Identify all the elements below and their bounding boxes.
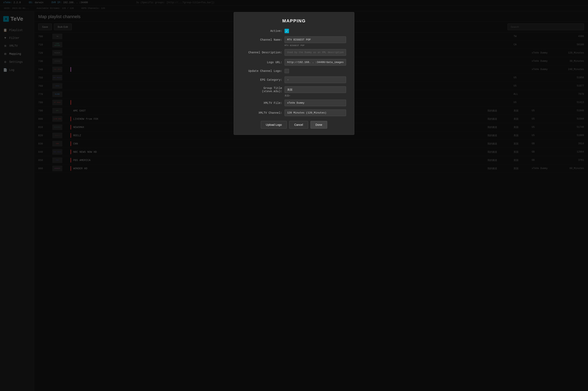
group-title-input[interactable] xyxy=(285,86,346,93)
active-label: Active: xyxy=(242,29,282,33)
xmltv-file-row: XMLTV File: xyxy=(242,99,346,106)
group-title-hint: 美国+ xyxy=(285,94,346,97)
channel-desc-row: Channel Description: xyxy=(242,49,346,56)
logo-url-label: Logo URL: xyxy=(242,61,282,64)
channel-desc-input[interactable] xyxy=(285,49,346,56)
group-title-label: Group Title (xteve.m3u): xyxy=(242,87,282,93)
xmltv-file-input[interactable] xyxy=(285,99,346,106)
channel-name-hint: MTV BIGGEST POP xyxy=(285,44,346,47)
active-row: Active: xyxy=(242,29,346,33)
channel-name-label: Channel Name: xyxy=(242,38,282,41)
update-logo-checkbox[interactable] xyxy=(285,69,289,73)
logo-url-input[interactable] xyxy=(285,59,346,66)
update-logo-label: Update Channel Logo: xyxy=(242,69,282,73)
modal-title: MAPPING xyxy=(242,18,346,23)
xmltv-channel-row: XMLTV Channel: xyxy=(242,109,346,116)
xmltv-channel-label: XMLTV Channel: xyxy=(242,111,282,114)
logo-url-row: Logo URL: xyxy=(242,59,346,66)
xmltv-channel-input[interactable] xyxy=(285,109,346,116)
channel-desc-label: Channel Description: xyxy=(242,51,282,54)
done-button[interactable]: Done xyxy=(310,121,327,129)
epg-category-label: EPG Category: xyxy=(242,78,282,82)
xmltv-file-label: XMLTV File: xyxy=(242,101,282,105)
upload-logo-button[interactable]: Upload Logo xyxy=(261,121,287,129)
channel-name-row: Channel Name: xyxy=(242,36,346,43)
cancel-button[interactable]: Cancel xyxy=(289,121,308,129)
epg-category-row: EPG Category: xyxy=(242,77,346,83)
update-logo-row: Update Channel Logo: xyxy=(242,69,346,73)
active-checkbox[interactable] xyxy=(285,29,289,33)
modal-overlay[interactable]: MAPPING Active: Channel Name: MTV BIGGES… xyxy=(0,0,588,391)
group-title-row: Group Title (xteve.m3u): xyxy=(242,86,346,93)
channel-name-input[interactable] xyxy=(285,36,346,43)
epg-category-input[interactable] xyxy=(285,77,346,83)
mapping-modal: MAPPING Active: Channel Name: MTV BIGGES… xyxy=(234,12,354,135)
modal-buttons: Upload Logo Cancel Done xyxy=(242,121,346,129)
